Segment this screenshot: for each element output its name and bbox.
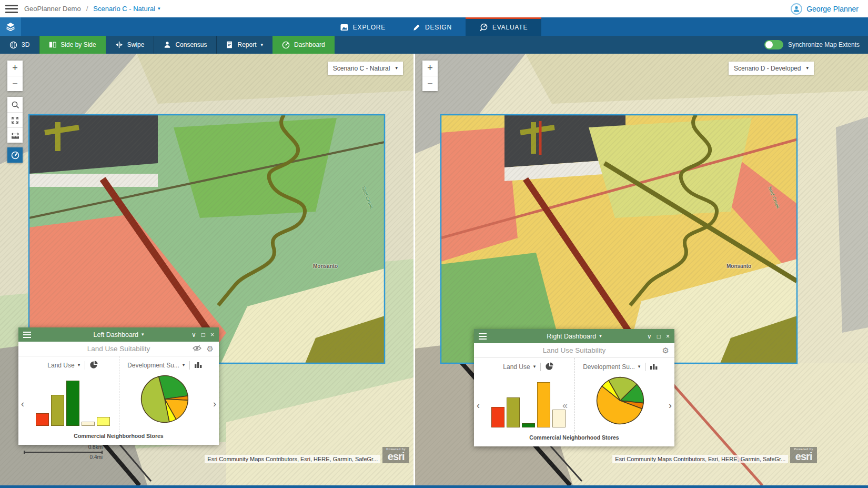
measure-button[interactable] bbox=[7, 127, 23, 143]
tab-design[interactable]: DESIGN bbox=[399, 17, 466, 36]
zoom-out-icon: − bbox=[12, 78, 18, 89]
panel-window-controls: ∨ □ × bbox=[191, 331, 214, 338]
settings-gear-icon[interactable]: ⚙ bbox=[207, 344, 214, 354]
panel-close-icon[interactable]: × bbox=[210, 331, 214, 338]
3d-label: 3D bbox=[22, 41, 29, 48]
side-by-side-button[interactable]: Side by Side bbox=[39, 36, 105, 54]
side-by-side-label: Side by Side bbox=[60, 41, 96, 48]
consensus-label: Consensus bbox=[175, 41, 207, 48]
bar-chart-icon[interactable] bbox=[195, 361, 202, 370]
default-extent-button[interactable] bbox=[7, 112, 23, 127]
user-name: George Planner bbox=[806, 5, 859, 13]
map-right[interactable]: Monsanto Seal Creek + − Scenario D - Dev… bbox=[415, 54, 868, 485]
visibility-off-icon[interactable] bbox=[193, 344, 201, 353]
pencil-icon bbox=[413, 24, 420, 31]
right-dashboard-panel: Right Dashboard ▾ ∨ □ × Land Use Suitabi… bbox=[474, 329, 674, 446]
map-left[interactable]: Monsanto Seal Creek + − bbox=[0, 54, 413, 485]
tab-explore[interactable]: EXPLORE bbox=[327, 17, 399, 36]
panel-minimize-icon[interactable]: ∨ bbox=[647, 333, 652, 340]
prev-chart-arrow[interactable]: ‹ bbox=[477, 401, 480, 410]
zoom-in-button[interactable]: + bbox=[422, 61, 438, 76]
left-scenario-label: Scenario C - Natural bbox=[333, 65, 390, 72]
report-document-icon bbox=[226, 41, 233, 48]
map-container: Monsanto Seal Creek + − bbox=[0, 54, 868, 485]
mode-tabs: EXPLORE DESIGN EVALUATE bbox=[0, 17, 868, 36]
panel-title: Left Dashboard bbox=[93, 331, 138, 338]
caret-down-icon: ▾ bbox=[638, 364, 641, 369]
left-scenario-selector[interactable]: Scenario C - Natural ▾ bbox=[328, 62, 403, 75]
zoom-out-button[interactable]: − bbox=[422, 76, 438, 91]
panel-title: Right Dashboard bbox=[547, 333, 596, 340]
caret-down-icon: ▾ bbox=[395, 66, 398, 71]
explore-map-icon bbox=[340, 24, 348, 31]
nav-bar: EXPLORE DESIGN EVALUATE bbox=[0, 17, 868, 36]
consensus-button[interactable]: Consensus bbox=[154, 36, 216, 54]
panel-subheader: Land Use Suitability ⚙ bbox=[18, 342, 219, 356]
scenario-breadcrumb-menu[interactable]: Scenario C - Natural ▾ bbox=[93, 5, 160, 13]
zoom-out-button[interactable]: − bbox=[7, 76, 23, 91]
chart-field-select[interactable]: Land Use ▾ bbox=[503, 363, 536, 371]
panel-title-dropdown[interactable]: Left Dashboard ▾ bbox=[18, 331, 219, 338]
chart-caption: Commercial Neighborhood Stores bbox=[474, 434, 674, 446]
sync-extents-toggle[interactable] bbox=[764, 40, 783, 49]
panel-window-controls: ∨ □ × bbox=[647, 333, 670, 340]
dashboard-gauge-icon bbox=[11, 151, 19, 160]
3d-button[interactable]: 3D bbox=[0, 36, 39, 54]
chart-field-select[interactable]: Land Use ▾ bbox=[47, 362, 80, 369]
swipe-button[interactable]: Swipe bbox=[106, 36, 154, 54]
hamburger-menu-icon[interactable] bbox=[5, 5, 18, 13]
panel-title-dropdown[interactable]: Right Dashboard ▾ bbox=[474, 333, 674, 340]
tab-explore-label: EXPLORE bbox=[353, 24, 386, 31]
user-menu[interactable]: George Planner bbox=[791, 3, 868, 15]
next-chart-arrow[interactable]: › bbox=[669, 401, 672, 410]
caret-down-icon: ▾ bbox=[261, 43, 264, 47]
next-chart-arrow[interactable]: › bbox=[213, 399, 216, 409]
land-use-bar-chart bbox=[491, 375, 566, 427]
scale-bar: 0.8km 0.4mi bbox=[24, 444, 103, 460]
left-dashboard-header[interactable]: Left Dashboard ▾ ∨ □ × bbox=[18, 327, 219, 342]
settings-gear-icon[interactable]: ⚙ bbox=[662, 346, 669, 355]
dashboard-button[interactable]: Dashboard bbox=[272, 36, 335, 54]
pie-chart-icon[interactable] bbox=[546, 362, 553, 372]
right-scenario-selector[interactable]: Scenario D - Developed ▾ bbox=[729, 62, 814, 75]
land-use-bar-chart bbox=[36, 373, 110, 426]
right-attribution: Esri Community Maps Contributors, Esri, … bbox=[612, 447, 817, 463]
tab-evaluate[interactable]: EVALUATE bbox=[466, 17, 541, 36]
report-button[interactable]: Report ▾ bbox=[217, 36, 272, 54]
chart-cell-development: Development Su... ▾ bbox=[119, 356, 211, 433]
search-icon bbox=[11, 101, 19, 109]
prev-chart-arrow[interactable]: ‹ bbox=[21, 399, 24, 409]
globe-icon bbox=[9, 41, 17, 49]
evaluate-gauge-icon bbox=[479, 23, 488, 32]
caret-down-icon: ▾ bbox=[158, 6, 160, 11]
left-dashboard-panel: Left Dashboard ▾ ∨ □ × Land Use Suitabil… bbox=[18, 327, 219, 445]
panel-maximize-icon[interactable]: □ bbox=[201, 331, 205, 338]
geoplanner-app: GeoPlanner Demo / Scenario C - Natural ▾… bbox=[0, 0, 868, 488]
bar-chart-icon[interactable] bbox=[650, 363, 658, 371]
extent-arrows-icon bbox=[11, 116, 19, 124]
panel-menu-icon[interactable] bbox=[479, 333, 487, 340]
chart-field-select[interactable]: Development Su... ▾ bbox=[127, 362, 185, 369]
chart-field-label: Development Su... bbox=[127, 362, 179, 369]
place-label: Monsanto bbox=[313, 263, 338, 269]
collapse-charts-arrow[interactable]: « bbox=[562, 401, 568, 410]
caret-down-icon: ▾ bbox=[78, 363, 80, 367]
panel-menu-icon[interactable] bbox=[23, 332, 31, 338]
chart-field-label: Land Use bbox=[47, 362, 74, 369]
zoom-controls: + − bbox=[7, 61, 23, 91]
bottom-strip bbox=[0, 485, 868, 488]
pie-chart-icon[interactable] bbox=[90, 361, 98, 370]
breadcrumb-separator: / bbox=[86, 5, 88, 13]
dashboard-tool-button[interactable] bbox=[7, 147, 23, 163]
zoom-in-button[interactable]: + bbox=[7, 61, 23, 76]
panel-close-icon[interactable]: × bbox=[666, 333, 670, 340]
panel-maximize-icon[interactable]: □ bbox=[657, 333, 661, 340]
panel-chart-area: ‹ Land Use ▾ bbox=[474, 358, 674, 434]
panel-minimize-icon[interactable]: ∨ bbox=[191, 331, 196, 338]
esri-logo: Powered by esri bbox=[382, 447, 409, 463]
right-dashboard-header[interactable]: Right Dashboard ▾ ∨ □ × bbox=[474, 329, 674, 343]
search-button[interactable] bbox=[7, 97, 23, 112]
swipe-label: Swipe bbox=[127, 41, 145, 48]
caret-down-icon: ▾ bbox=[599, 334, 602, 338]
chart-field-select[interactable]: Development Su... ▾ bbox=[583, 363, 640, 371]
